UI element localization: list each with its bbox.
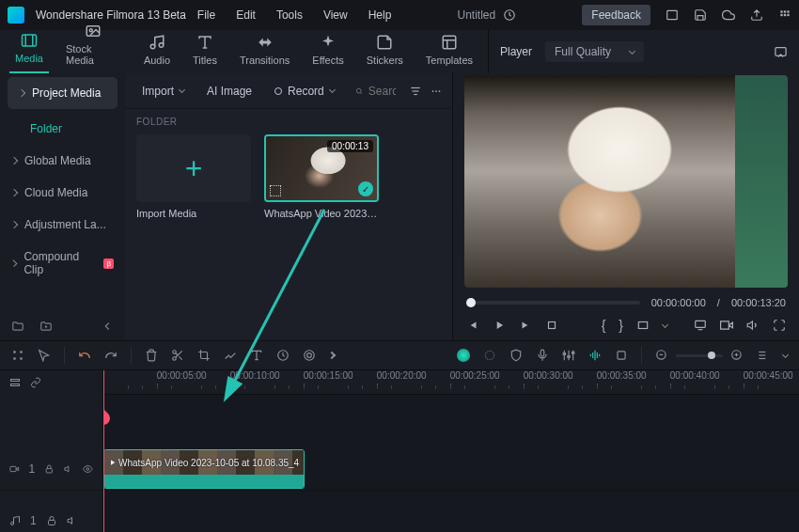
camera-icon[interactable]	[720, 319, 733, 332]
visible-icon[interactable]	[83, 463, 93, 475]
shield-icon[interactable]	[509, 349, 523, 362]
text-edit-icon[interactable]	[250, 349, 263, 362]
video-track-header[interactable]: 1	[0, 447, 102, 491]
auto-beat-icon[interactable]	[588, 349, 602, 362]
mixer-icon[interactable]	[562, 349, 575, 362]
track-options-icon[interactable]	[757, 349, 770, 362]
marker-icon[interactable]	[615, 349, 628, 362]
render-status-icon[interactable]	[457, 349, 470, 362]
sidebar-compound-clip[interactable]: Compound Clip β	[0, 241, 125, 286]
next-frame-icon[interactable]	[519, 319, 532, 332]
ruler[interactable]: 00:00:05:0000:00:10:0000:00:15:0000:00:2…	[103, 370, 799, 395]
timeline-clip[interactable]: WhatsApp Video 2023-10-05 at 10.08.35_4b…	[103, 449, 305, 489]
enhancement-icon[interactable]	[483, 349, 496, 362]
tab-effects[interactable]: Effects	[306, 30, 349, 73]
chevron-down-icon[interactable]	[782, 351, 789, 357]
feedback-button[interactable]: Feedback	[582, 5, 650, 25]
scrubber-thumb[interactable]	[466, 298, 476, 307]
project-title[interactable]: Untitled	[458, 8, 496, 22]
speed-ramp-icon[interactable]	[224, 349, 237, 362]
magnet-icon[interactable]	[11, 349, 24, 362]
transition-icon	[257, 34, 274, 51]
undo-icon[interactable]	[78, 349, 91, 362]
menu-view[interactable]: View	[323, 8, 348, 22]
speed-icon[interactable]	[276, 349, 290, 362]
apps-icon[interactable]	[778, 8, 791, 22]
preview-window[interactable]	[464, 75, 788, 288]
export-icon[interactable]	[750, 8, 763, 22]
collapse-sidebar-icon[interactable]	[101, 320, 114, 333]
link-icon[interactable]	[30, 377, 41, 388]
menu-tools[interactable]: Tools	[276, 8, 303, 22]
delete-icon[interactable]	[145, 349, 158, 362]
zoom-out-icon[interactable]	[655, 349, 668, 362]
lock-icon[interactable]	[44, 463, 55, 475]
tab-audio[interactable]: Audio	[138, 30, 176, 73]
redo-icon[interactable]	[104, 349, 118, 362]
svg-line-40	[176, 353, 178, 355]
layout-icon[interactable]	[666, 8, 679, 22]
mute-icon[interactable]	[64, 463, 74, 475]
record-button[interactable]: Record	[267, 81, 342, 102]
sidebar-global-media[interactable]: Global Media	[0, 145, 125, 177]
zoom-thumb[interactable]	[708, 352, 715, 359]
scrubber[interactable]	[466, 301, 640, 305]
tab-transitions[interactable]: Transitions	[234, 30, 295, 73]
search-input[interactable]	[368, 85, 396, 98]
mute-icon[interactable]	[67, 515, 78, 526]
tab-stickers[interactable]: Stickers	[361, 30, 409, 73]
zoom-slider[interactable]	[676, 354, 723, 357]
track-manage-icon[interactable]	[9, 377, 21, 388]
search-box[interactable]	[350, 81, 401, 102]
color-icon[interactable]	[303, 349, 316, 362]
menu-help[interactable]: Help	[368, 8, 392, 22]
crop-icon[interactable]	[197, 349, 211, 362]
save-icon[interactable]	[694, 8, 707, 22]
tab-titles[interactable]: Titles	[187, 30, 223, 73]
import-media-card[interactable]: + Import Media	[136, 134, 251, 219]
lock-icon[interactable]	[46, 515, 57, 526]
split-icon[interactable]	[171, 349, 184, 362]
display-icon[interactable]	[694, 319, 707, 332]
sidebar-folder[interactable]: Folder	[0, 113, 125, 145]
mark-out-icon[interactable]: }	[619, 318, 623, 333]
timeline-toolbar	[0, 340, 799, 370]
pointer-icon[interactable]	[38, 349, 51, 362]
tab-media[interactable]: Media	[9, 28, 49, 73]
more-tools-icon[interactable]	[328, 352, 336, 359]
stop-icon[interactable]	[545, 319, 558, 332]
menu-edit[interactable]: Edit	[236, 8, 256, 22]
mark-in-icon[interactable]: {	[602, 318, 606, 333]
new-folder-icon[interactable]	[39, 320, 53, 333]
filter-icon[interactable]	[409, 85, 422, 98]
video-track-1[interactable]: WhatsApp Video 2023-10-05 at 10.08.35_4b…	[103, 447, 799, 491]
play-icon[interactable]	[493, 319, 506, 332]
prev-frame-icon[interactable]	[466, 319, 479, 332]
playhead[interactable]	[103, 370, 104, 532]
fullscreen-icon[interactable]	[773, 319, 786, 332]
tab-stock-media[interactable]: Stock Media	[60, 19, 127, 73]
snapshot-icon[interactable]	[774, 45, 788, 59]
sidebar-item-label: Cloud Media	[24, 186, 87, 199]
sidebar-cloud-media[interactable]: Cloud Media	[0, 177, 125, 209]
menu-file[interactable]: File	[197, 8, 215, 22]
sidebar-project-media[interactable]: Project Media	[8, 77, 118, 109]
ai-image-button[interactable]: AI Image	[199, 81, 259, 102]
import-button[interactable]: Import	[134, 81, 192, 102]
voiceover-icon[interactable]	[536, 349, 549, 362]
cloud-icon[interactable]	[722, 8, 735, 22]
more-icon[interactable]	[430, 85, 443, 98]
zoom-in-icon[interactable]	[730, 349, 744, 362]
audio-track-header[interactable]: 1	[0, 508, 102, 532]
quality-select[interactable]: Full Quality	[545, 41, 644, 62]
folder-icon[interactable]	[11, 320, 24, 333]
svg-rect-62	[11, 384, 20, 386]
tracks-area[interactable]: 00:00:05:0000:00:10:0000:00:15:0000:00:2…	[103, 370, 799, 532]
video-clip-card[interactable]: 00:00:13 ✓ WhatsApp Video 2023-10-05...	[264, 134, 379, 219]
tab-templates[interactable]: Templates	[420, 30, 478, 73]
sidebar-adjustment-layer[interactable]: Adjustment La...	[0, 209, 125, 241]
sidebar-project-label: Project Media	[32, 86, 101, 100]
aspect-icon[interactable]	[636, 319, 650, 332]
volume-icon[interactable]	[746, 319, 760, 332]
chevron-down-icon[interactable]	[662, 321, 668, 327]
